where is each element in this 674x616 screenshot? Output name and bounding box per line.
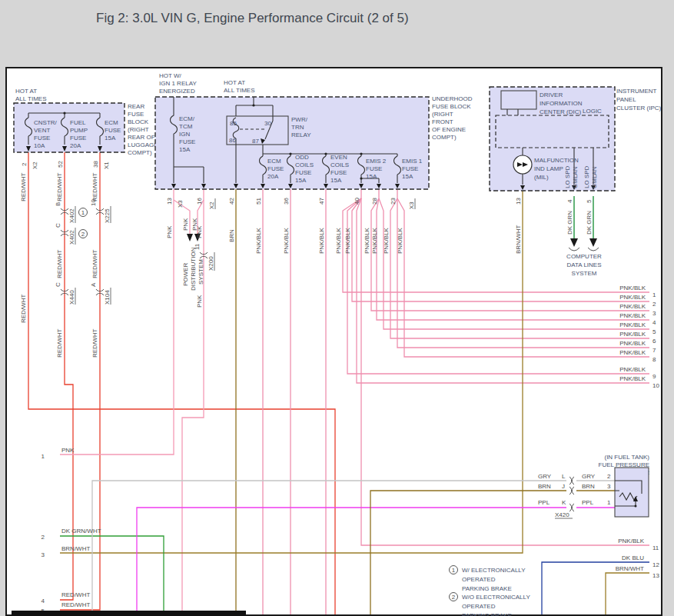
wire-number: 7 bbox=[652, 347, 656, 354]
note-text: PARKING BRAKE bbox=[462, 585, 512, 592]
wire-number: 2 bbox=[652, 301, 656, 308]
wire-number: 8 bbox=[652, 356, 656, 363]
fuse-label: 10A bbox=[34, 142, 45, 149]
wire-label: PNK/BLK bbox=[344, 228, 351, 254]
power-dist-label: DISTRIBUTION bbox=[190, 247, 197, 291]
wire-label: PNK bbox=[196, 295, 203, 308]
wire-label: RED/WHT bbox=[91, 329, 98, 358]
connector-id: X402 bbox=[68, 208, 75, 223]
hot-label: IGN 1 RELAY bbox=[159, 80, 197, 87]
wire-label: PNK/BLK bbox=[619, 349, 646, 356]
hot-label: HOT AT bbox=[224, 79, 245, 86]
connector-id: X402 bbox=[68, 230, 75, 245]
fuse-label: ECM bbox=[105, 119, 118, 126]
underhood-name: FRONT bbox=[432, 118, 453, 125]
rear-name: REAR OF bbox=[128, 134, 155, 141]
wire-label: BRN/WHT bbox=[515, 225, 522, 254]
wire-label: RED/WHT bbox=[20, 173, 27, 201]
wire-number: 10 bbox=[652, 382, 659, 389]
gmlan-label: LO SPD bbox=[583, 165, 590, 188]
hot-at-label2: ALL TIMES bbox=[15, 95, 46, 102]
rear-name: BLOCK bbox=[128, 118, 149, 125]
fuse-label: COILS bbox=[330, 161, 349, 168]
wire-number: 3 bbox=[652, 310, 656, 317]
connector-pin: B bbox=[55, 202, 61, 206]
pin-number: 5 bbox=[586, 199, 593, 203]
wire-number: 1 bbox=[42, 453, 45, 460]
wire-label: RED/WHT bbox=[61, 591, 90, 598]
wire-label: RED/WHT bbox=[91, 250, 98, 278]
wiring-diagram-page: Fig 2: 3.0L VIN G, Engine Performance Ci… bbox=[0, 0, 674, 616]
connector-id: X3 bbox=[177, 200, 184, 208]
computer-data-label: COMPUTER bbox=[566, 253, 602, 260]
connector-id: X440 bbox=[68, 290, 75, 305]
wire-label: DK GRN bbox=[566, 211, 573, 235]
wire-label: PNK/BLK bbox=[619, 366, 646, 373]
pin-number: 4 bbox=[566, 199, 573, 203]
gmlan-label: LO SPD bbox=[564, 165, 571, 188]
wire-label: PNK bbox=[196, 225, 203, 238]
fuse-label: 20A bbox=[70, 142, 81, 149]
note-ref: 1 bbox=[81, 209, 85, 216]
pin-number: 13 bbox=[515, 198, 522, 205]
sensor-location: (IN FUEL TANK) bbox=[604, 454, 649, 461]
fuse-label: ECM/ bbox=[179, 115, 195, 122]
connector-id: X2 bbox=[208, 201, 215, 209]
wire-number: 12 bbox=[652, 561, 659, 568]
wire-number: 4 bbox=[652, 319, 656, 326]
connector-pin: J bbox=[562, 483, 565, 490]
rear-name: FUSE bbox=[128, 111, 144, 118]
note-ref: 2 bbox=[81, 231, 85, 238]
relay-pin: 30 bbox=[264, 120, 271, 127]
connector-pin: 2 bbox=[607, 473, 611, 480]
fuse-label: TCM bbox=[179, 123, 193, 130]
wire-label: PNK/BLK bbox=[619, 294, 646, 301]
wire-label: PNK/BLK bbox=[618, 538, 644, 544]
wire-label: RED/WHT bbox=[56, 250, 63, 278]
pin-number: 28 bbox=[371, 198, 378, 205]
connector-pin: K bbox=[562, 499, 566, 506]
pin-number: 13 bbox=[166, 198, 173, 205]
wire-label: RED/WHT bbox=[61, 601, 90, 608]
connector-pin: 1 bbox=[607, 499, 611, 506]
pin-number: 38 bbox=[92, 161, 99, 168]
wire-number: 2 bbox=[42, 534, 45, 541]
fuse-label: FUSE bbox=[34, 135, 50, 142]
underhood-box bbox=[155, 97, 429, 189]
fuse-label: FUSE bbox=[295, 169, 311, 176]
hot-label: ENERGIZED bbox=[159, 88, 195, 95]
connector-id: X1 bbox=[103, 161, 110, 169]
wire-label: BRN bbox=[538, 483, 551, 490]
underhood-name: COMPT) bbox=[432, 134, 457, 141]
rear-name: COMPT) bbox=[128, 149, 152, 156]
mil-label: IND LAMP bbox=[534, 165, 563, 172]
sensor-box bbox=[615, 468, 649, 517]
ipc-name: CLUSTER (IPC) bbox=[616, 105, 662, 112]
connector-pin: 3 bbox=[607, 483, 611, 490]
fuse-label: 15A bbox=[295, 177, 307, 184]
wire-label: PNK bbox=[166, 225, 173, 238]
fuse-label: 15A bbox=[179, 146, 191, 153]
wire-label: PNK/BLK bbox=[283, 228, 290, 254]
wire-label: DK GRN bbox=[586, 211, 593, 235]
wire-number: 13 bbox=[652, 572, 659, 579]
pin-number: 40 bbox=[354, 198, 360, 205]
connector-id: X104 bbox=[104, 290, 111, 305]
wire-label: PNK bbox=[182, 218, 189, 231]
underhood-name: (RIGHT bbox=[432, 111, 453, 118]
note-text: OPERATED bbox=[462, 603, 496, 610]
computer-data-label: DATA LINES bbox=[566, 261, 601, 268]
note-text: W/ ELECTRONICALLY bbox=[462, 567, 526, 574]
fuse-label: FUSE bbox=[402, 165, 418, 172]
logic-label: LOGIC bbox=[583, 108, 602, 115]
bottom-bar bbox=[12, 611, 246, 616]
fuse-label: ECM bbox=[267, 158, 281, 165]
note-text: W/O ELECTRONICALLY bbox=[462, 594, 530, 601]
wire-number: 3 bbox=[42, 551, 45, 558]
relay-pin: 85 bbox=[230, 120, 237, 127]
wire-label: BRN bbox=[582, 483, 595, 490]
dic-label: DRIVER bbox=[540, 92, 563, 98]
wire-number: 1 bbox=[652, 291, 656, 298]
fuse-label: PUMP bbox=[70, 127, 88, 134]
fuse-label: CNSTR/ bbox=[34, 119, 58, 126]
